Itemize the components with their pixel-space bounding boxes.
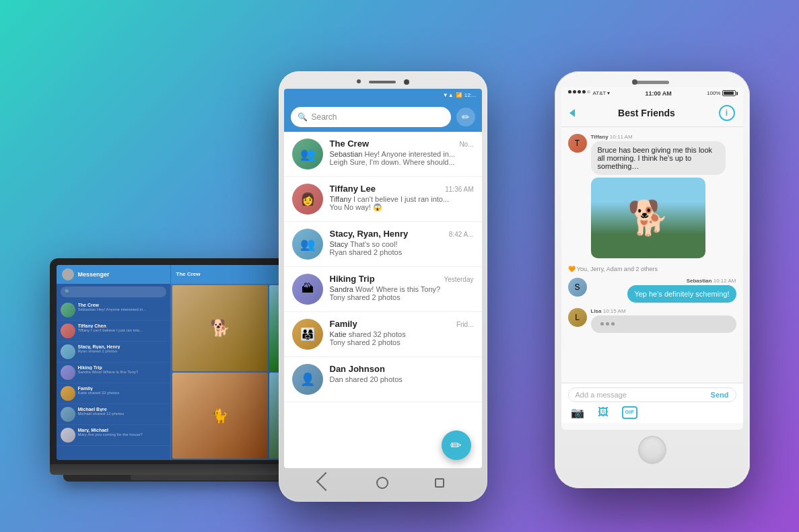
iphone-msg-content-tiffany: Tiffany 10:11 AM Bruce has been giving m… [591, 134, 736, 258]
android-conv-info-stacy: Stacy, Ryan, Henry 8:42 A... Stacy That'… [330, 229, 474, 256]
android-conv-time-family: Frid... [456, 321, 474, 328]
android-appbar: 🔍 Search ✏ [284, 102, 482, 132]
android-recents-button[interactable] [431, 475, 448, 491]
iphone-messages-area: T Tiffany 10:11 AM Bruce has been giving… [561, 127, 743, 383]
laptop-search-icon: 🔍 [65, 289, 71, 295]
android-screen: ▼▲ 📶 12:... 🔍 Search ✏ 👥 [284, 89, 482, 468]
iphone-send-button[interactable]: Send [711, 391, 729, 399]
laptop-conv-item-6[interactable]: Michael Byre Michael shared 12 photos [57, 404, 170, 425]
laptop-sidebar: Messenger 🔍 The Crew Sebastian Hey! Anyo… [57, 265, 171, 460]
laptop-app-name: Messenger [78, 271, 110, 278]
iphone-msg-bubble-sebastian: Yep he's definitely scheming! [627, 285, 736, 303]
iphone-msg-time-lisa: 10:15 AM [603, 308, 626, 314]
android-conv-item-crew[interactable]: 👥 The Crew No... Sebastian Hey! Anyone i… [284, 132, 482, 177]
laptop-search-bar[interactable]: 🔍 [61, 287, 166, 297]
iphone-msg-content-sebastian: Sebastian 10:12 AM Yep he's definitely s… [591, 278, 736, 303]
laptop-conv-item-3[interactable]: Stacy, Ryan, Henry Ryan shared 2 photos [57, 342, 170, 363]
android-bottom-navigation [284, 468, 482, 498]
android-phone: ▼▲ 📶 12:... 🔍 Search ✏ 👥 [279, 71, 487, 502]
android-avatar-hiking: 🏔 [292, 274, 323, 305]
iphone-photo-button[interactable]: 🖼 [598, 406, 609, 419]
iphone-msg-meta-lisa: Lisa 10:15 AM [591, 308, 736, 314]
android-status-signal: 📶 [456, 92, 462, 98]
iphone-msg-time-sebastian: 10:12 AM [714, 278, 736, 284]
android-conv-info-hiking: Hiking Trip Yesterday Sandra Wow! Where … [330, 274, 474, 301]
iphone-dog-photo-emoji: 🐕 [591, 178, 705, 258]
android-home-button[interactable] [374, 475, 390, 491]
android-conv-info-family: Family Frid... Katie shared 32 photos To… [330, 319, 474, 346]
iphone-msg-sender-lisa: Lisa [591, 308, 602, 314]
iphone-info-button[interactable]: i [719, 105, 735, 121]
android-conv-item-tiffany[interactable]: 👩 Tiffany Lee 11:36 AM Tiffany I can't b… [284, 177, 482, 222]
iphone-msg-content-lisa: Lisa 10:15 AM [591, 308, 736, 333]
scene: Messenger 🔍 The Crew Sebastian Hey! Anyo… [30, 31, 770, 502]
iphone-media-toolbar: 📷 🖼 GIF [568, 406, 736, 419]
iphone-avatar-lisa: L [568, 308, 587, 327]
laptop-photo-1 [172, 285, 268, 371]
android-compose-button[interactable]: ✏ [456, 108, 475, 126]
android-conv-msg2-crew: Leigh Sure, I'm down. Where should... [330, 158, 474, 166]
android-conv-item-family[interactable]: 👨‍👩‍👧 Family Frid... Katie shared 32 pho… [284, 312, 482, 357]
laptop-conv-text-5: Family Katie shared 32 photos [78, 386, 166, 395]
iphone-camera-button[interactable]: 📷 [571, 406, 584, 419]
laptop-header: Messenger [57, 265, 170, 284]
iphone-typing-indicator [591, 315, 736, 333]
android-search-bar[interactable]: 🔍 Search [291, 107, 451, 127]
android-conv-name-hiking: Hiking Trip [330, 274, 375, 284]
android-status-wifi: ▼▲ [443, 92, 454, 98]
android-avatar-stacy: 👥 [292, 229, 323, 260]
android-conv-item-hiking[interactable]: 🏔 Hiking Trip Yesterday Sandra Wow! Wher… [284, 267, 482, 312]
iphone-msg-meta-tiffany: Tiffany 10:11 AM [591, 134, 736, 140]
signal-dot-1 [568, 90, 571, 93]
iphone-message-input[interactable]: Add a message Send [568, 387, 736, 402]
iphone-status-right: 100% [707, 90, 736, 96]
android-conv-item-stacy[interactable]: 👥 Stacy, Ryan, Henry 8:42 A... Stacy Tha… [284, 222, 482, 267]
android-back-button[interactable] [318, 475, 334, 491]
iphone-home-button[interactable] [638, 436, 666, 464]
typing-dot-2 [606, 322, 609, 326]
typing-dot-3 [611, 322, 615, 326]
android-status-battery: 12:... [464, 92, 477, 98]
android-speaker [369, 81, 396, 83]
android-outer: ▼▲ 📶 12:... 🔍 Search ✏ 👥 [279, 71, 487, 502]
android-front-camera [357, 79, 361, 83]
iphone-msg-meta-sebastian: Sebastian 10:12 AM [687, 278, 736, 284]
iphone-status-left: AT&T ▾ [568, 90, 611, 96]
android-avatar-crew: 👥 [292, 139, 323, 169]
iphone-clock: 11:00 AM [646, 90, 672, 97]
laptop-conv-item-4[interactable]: Hiking Trip Sandra Wow! Where is this To… [57, 363, 170, 383]
laptop-conv-item-7[interactable]: Mary, Michael Mary Are you coming for th… [57, 425, 170, 446]
android-compose-fab[interactable]: ✏ [442, 430, 471, 460]
iphone-screen: AT&T ▾ 11:00 AM 100% [561, 87, 743, 430]
android-avatar-family: 👨‍👩‍👧 [292, 319, 323, 350]
signal-dot-3 [578, 90, 581, 93]
android-conv-time-tiffany: 11:36 AM [445, 186, 473, 193]
iphone-msg-sender-sebastian: Sebastian [687, 278, 712, 284]
android-conv-item-dan[interactable]: 👤 Dan Johnson Dan shared 20 photos [284, 357, 482, 402]
iphone-likes-row: 🧡 You, Jerry, Adam and 2 others [568, 266, 736, 272]
laptop-conv-item-2[interactable]: Tiffany Chen Tiffany I can't believe I j… [57, 321, 170, 342]
iphone-gif-button[interactable]: GIF [622, 406, 637, 419]
android-conv-msg2-family: Tony shared 2 photos [330, 338, 474, 346]
iphone-status-bar: AT&T ▾ 11:00 AM 100% [561, 87, 743, 100]
iphone-outer: AT&T ▾ 11:00 AM 100% [555, 71, 750, 488]
android-conv-time-stacy: 8:42 A... [449, 231, 474, 238]
laptop-conv-text-6: Michael Byre Michael shared 12 photos [78, 407, 166, 416]
iphone-battery-fill [724, 91, 733, 95]
laptop-conv-item-1[interactable]: The Crew Sebastian Hey! Anyone intereste… [57, 300, 170, 321]
laptop-avatar-dan [61, 407, 75, 422]
laptop-conv-item-5[interactable]: Family Katie shared 32 photos [57, 383, 170, 404]
laptop-conv-text-7: Mary, Michael Mary Are you coming for th… [78, 428, 166, 436]
android-conv-msg-stacy: Stacy That's so cool! [330, 240, 474, 248]
iphone-wifi-icon: ▾ [607, 90, 610, 96]
android-conv-info-dan: Dan Johnson Dan shared 20 photos [330, 364, 474, 383]
iphone-msg-time-tiffany: 10:11 AM [610, 134, 633, 140]
iphone-front-camera [632, 79, 637, 85]
android-conv-msg2-hiking: Tony shared 2 photos [330, 293, 474, 301]
iphone-back-button[interactable] [569, 109, 575, 117]
iphone-top [561, 78, 743, 84]
iphone-message-tiffany: T Tiffany 10:11 AM Bruce has been giving… [568, 134, 736, 258]
android-status-bar: ▼▲ 📶 12:... [284, 89, 482, 102]
iphone-msg-sender-tiffany: Tiffany [591, 134, 609, 140]
android-avatar-dan: 👤 [292, 364, 323, 395]
